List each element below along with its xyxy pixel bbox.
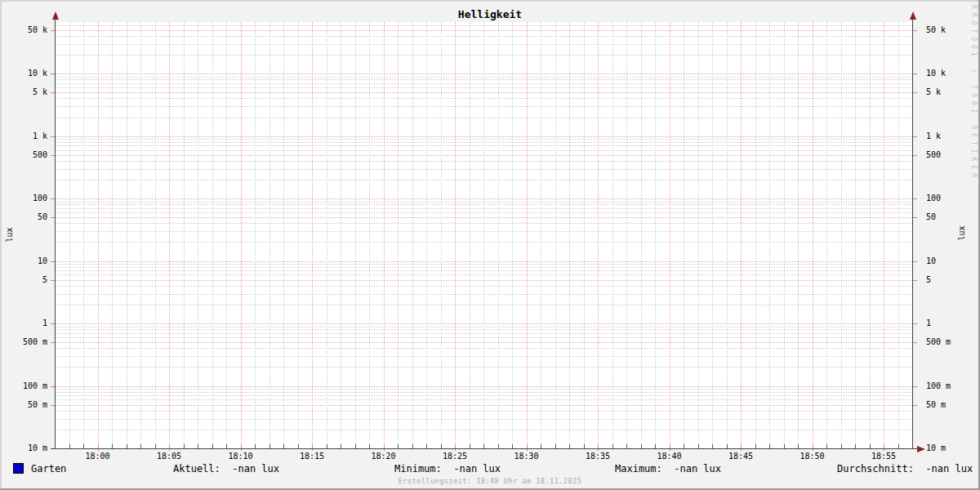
gridline-minor-vertical	[441, 22, 442, 448]
y-axis-tick-label-right: 1	[926, 318, 931, 328]
gridline-minor-vertical	[855, 22, 856, 448]
y-axis-tick-label-right: 500 m	[926, 337, 951, 347]
gridline-minor-vertical	[127, 22, 127, 448]
gridline-minor-vertical	[641, 22, 642, 448]
y-axis-tick-label-right: 10 m	[926, 443, 946, 453]
gridline-minor-vertical	[826, 22, 827, 448]
gridline-minor-vertical	[255, 22, 256, 448]
x-axis-tick-label: 18:05	[157, 452, 181, 461]
x-major-tick	[527, 444, 528, 451]
y-axis-tick-label-right: 5	[926, 275, 931, 285]
y-major-tick-right	[913, 74, 917, 74]
creation-time-footer: Erstellungszeit: 18:48 Uhr am 18.11.2025	[0, 477, 980, 485]
y-major-tick-right	[913, 30, 917, 31]
gridline-minor-vertical	[626, 22, 627, 448]
y-axis-tick-label-right: 50 m	[926, 400, 946, 410]
y-major-tick-right	[913, 280, 917, 281]
x-major-tick	[884, 444, 884, 451]
gridline-minor-vertical	[298, 22, 299, 448]
x-axis-arrow	[917, 446, 925, 452]
gridline-minor-vertical	[512, 22, 513, 448]
y-axis-tick-label-left: 10 m	[0, 443, 47, 453]
x-axis-tick-label: 18:30	[514, 452, 538, 461]
x-major-tick	[670, 444, 670, 451]
y-axis-tick-label-left: 10	[0, 256, 47, 266]
x-axis-tick-label: 18:00	[85, 452, 109, 461]
gridline-minor-vertical	[498, 22, 499, 448]
gridline-minor-vertical	[341, 22, 341, 448]
bevel-border-top	[0, 0, 980, 2]
gridline-minor-vertical	[369, 22, 370, 448]
y-axis-tick-label-right: 10 k	[926, 69, 946, 78]
gridline-minor-vertical	[769, 22, 770, 448]
gridline-major-vertical	[384, 22, 385, 448]
y-major-tick-right	[913, 92, 917, 93]
gridline-minor-vertical	[712, 22, 713, 448]
y-major-tick-right	[913, 405, 917, 406]
y-axis-tick-label-left: 100	[0, 194, 47, 203]
y-axis-tick-label-right: 500	[926, 150, 941, 160]
gridline-minor-vertical	[684, 22, 684, 448]
gridline-minor-vertical	[898, 22, 899, 448]
stat-minimum: Minimum: -nan lux	[394, 463, 501, 474]
gridline-minor-vertical	[655, 22, 656, 448]
y-axis-unit-right: lux	[957, 221, 966, 241]
rrdtool-graph: Helligkeit RRDTOOL / TOBI OETIKER 50 k50…	[0, 0, 980, 490]
gridline-major-vertical	[884, 22, 884, 448]
gridline-minor-vertical	[841, 22, 842, 448]
legend-series-name: Garten	[31, 463, 66, 474]
x-major-tick	[384, 444, 385, 451]
x-major-tick	[169, 444, 170, 451]
gridline-minor-vertical	[355, 22, 356, 448]
y-axis-tick-label-right: 100 m	[926, 381, 951, 391]
gridline-minor-vertical	[212, 22, 213, 448]
rrdtool-watermark: RRDTOOL / TOBI OETIKER	[970, 5, 978, 181]
gridline-minor-vertical	[155, 22, 156, 448]
gridline-minor-vertical	[541, 22, 541, 448]
gridline-minor-vertical	[412, 22, 413, 448]
gridline-minor-vertical	[140, 22, 141, 448]
y-axis-tick-label-left: 500 m	[0, 337, 47, 347]
gridline-minor-vertical	[870, 22, 871, 448]
y-axis-tick-label-left: 500	[0, 150, 47, 160]
y-major-tick-right	[913, 136, 917, 137]
y-major-tick-right	[913, 342, 917, 343]
gridline-major-vertical	[598, 22, 599, 448]
y-axis-arrow-right	[910, 11, 916, 20]
y-axis-tick-label-left: 10 k	[0, 69, 47, 78]
x-axis	[51, 448, 918, 449]
gridline-minor-vertical	[727, 22, 728, 448]
y-axis-tick-label-left: 5	[0, 275, 47, 285]
gridline-major-vertical	[813, 22, 813, 448]
gridline-minor-vertical	[555, 22, 556, 448]
gridline-minor-vertical	[283, 22, 284, 448]
x-axis-tick-label: 18:55	[871, 452, 896, 461]
gridline-minor-vertical	[69, 22, 70, 448]
gridline-major-vertical	[670, 22, 670, 448]
y-axis-tick-label-right: 100	[926, 194, 941, 203]
gridline-minor-vertical	[483, 22, 484, 448]
y-axis-tick-label-right: 50 k	[926, 25, 946, 35]
x-axis-tick-label: 18:10	[228, 452, 252, 461]
y-axis-tick-label-left: 50 k	[0, 25, 47, 35]
y-major-tick-right	[913, 323, 917, 324]
x-axis-tick-label: 18:35	[586, 452, 610, 461]
y-axis-tick-label-right: 5 k	[926, 87, 941, 97]
x-axis-tick-label: 18:45	[728, 452, 753, 461]
x-major-tick	[312, 444, 313, 451]
gridline-minor-vertical	[198, 22, 198, 448]
y-major-tick-right	[913, 198, 917, 199]
gridline-major-vertical	[527, 22, 528, 448]
stat-maximum: Maximum: -nan lux	[615, 463, 721, 474]
y-axis-tick-label-left: 50 m	[0, 400, 47, 410]
y-axis-tick-label-left: 100 m	[0, 381, 47, 391]
gridline-minor-vertical	[327, 22, 327, 448]
y-axis-unit-left: lux	[5, 223, 14, 243]
gridline-major-vertical	[312, 22, 313, 448]
gridline-major-vertical	[98, 22, 99, 448]
gridline-minor-vertical	[584, 22, 585, 448]
x-major-tick	[598, 444, 599, 451]
gridline-minor-vertical	[184, 22, 185, 448]
x-axis-tick-label: 18:25	[443, 452, 467, 461]
gridline-minor-vertical	[612, 22, 613, 448]
